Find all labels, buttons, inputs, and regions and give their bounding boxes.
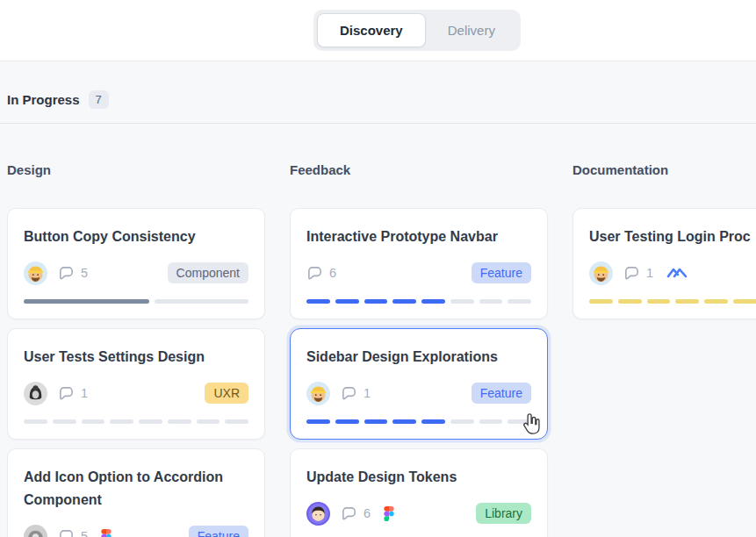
card-sidebar-design-explorations[interactable]: Sidebar Design Explorations 1 Feature bbox=[290, 328, 548, 440]
comment-icon bbox=[58, 528, 75, 537]
view-toggle: Discovery Delivery bbox=[313, 10, 521, 51]
tab-discovery[interactable]: Discovery bbox=[317, 13, 426, 47]
column-header: Documentation bbox=[572, 162, 756, 177]
card-button-copy-consistency[interactable]: Button Copy Consistency 5 Component bbox=[7, 208, 265, 319]
tag-feature[interactable]: Feature bbox=[472, 262, 531, 283]
wave-link-icon bbox=[666, 266, 688, 280]
progress-bar bbox=[24, 299, 248, 304]
comment-count: 6 bbox=[341, 505, 371, 522]
hand-pointer-cursor bbox=[519, 412, 543, 436]
photo-avatar bbox=[24, 382, 47, 405]
builder-emoji-avatar bbox=[24, 261, 47, 285]
photo-avatar bbox=[24, 525, 47, 537]
card-title: User Testing Login Proc bbox=[589, 226, 756, 248]
card-interactive-prototype-navbar[interactable]: Interactive Prototype Navbar 6 Feature bbox=[290, 208, 548, 319]
column-header: Feedback bbox=[290, 162, 548, 177]
section-title: In Progress bbox=[7, 92, 80, 107]
comment-icon bbox=[58, 265, 75, 282]
progress-bar bbox=[306, 419, 531, 424]
column-documentation: Documentation User Testing Login Proc 1 bbox=[572, 162, 756, 537]
progress-bar bbox=[306, 299, 531, 304]
tag-component[interactable]: Component bbox=[168, 262, 248, 283]
column-design: Design Button Copy Consistency 5 Compone… bbox=[7, 162, 265, 537]
card-title: Sidebar Design Explorations bbox=[306, 346, 531, 369]
section-count-badge: 7 bbox=[89, 90, 109, 109]
section-header: In Progress 7 bbox=[0, 61, 756, 123]
card-add-icon-option-accordion[interactable]: Add Icon Option to Accordion Component 5… bbox=[7, 448, 265, 537]
comment-count: 6 bbox=[306, 265, 336, 282]
comment-count: 1 bbox=[623, 265, 653, 282]
comment-count: 1 bbox=[341, 385, 371, 402]
top-header: Discovery Delivery bbox=[0, 0, 756, 61]
comment-icon bbox=[58, 385, 75, 402]
card-title: Update Design Tokens bbox=[306, 466, 531, 489]
comment-icon bbox=[341, 385, 357, 402]
comment-count: 5 bbox=[58, 528, 88, 537]
tab-delivery[interactable]: Delivery bbox=[426, 13, 517, 47]
comment-count: 5 bbox=[58, 265, 88, 282]
comment-icon bbox=[306, 265, 323, 282]
card-title: Add Icon Option to Accordion Component bbox=[24, 466, 248, 512]
column-header: Design bbox=[7, 162, 265, 177]
comment-icon bbox=[623, 265, 640, 282]
kanban-board: Design Button Copy Consistency 5 Compone… bbox=[0, 124, 756, 537]
builder-emoji-avatar bbox=[589, 261, 613, 285]
progress-bar bbox=[24, 419, 248, 424]
column-feedback: Feedback Interactive Prototype Navbar 6 … bbox=[290, 162, 548, 537]
figma-icon bbox=[101, 529, 112, 537]
tag-feature[interactable]: Feature bbox=[472, 383, 531, 404]
card-title: Interactive Prototype Navbar bbox=[306, 226, 531, 248]
tag-library[interactable]: Library bbox=[476, 503, 531, 524]
memoji-avatar bbox=[306, 502, 330, 526]
card-title: Button Copy Consistency bbox=[24, 226, 248, 248]
tag-uxr[interactable]: UXR bbox=[205, 383, 248, 404]
comment-count: 1 bbox=[58, 385, 88, 402]
comment-icon bbox=[341, 505, 357, 522]
figma-icon bbox=[384, 506, 394, 521]
card-update-design-tokens[interactable]: Update Design Tokens 6 Library bbox=[290, 448, 548, 537]
card-title: User Tests Settings Design bbox=[24, 346, 248, 369]
progress-bar bbox=[589, 299, 756, 304]
tag-feature[interactable]: Feature bbox=[189, 526, 248, 537]
card-user-tests-settings-design[interactable]: User Tests Settings Design 1 UXR bbox=[7, 328, 265, 440]
card-user-testing-login[interactable]: User Testing Login Proc 1 bbox=[572, 208, 756, 319]
builder-emoji-avatar bbox=[306, 382, 330, 405]
